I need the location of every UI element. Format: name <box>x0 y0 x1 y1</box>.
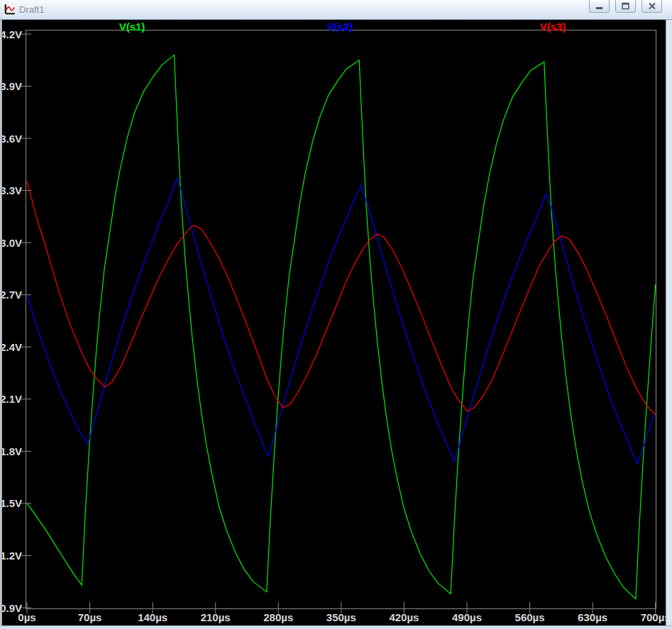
x-tick-label: 560µs <box>515 611 545 623</box>
y-tick-label: 1.8V <box>0 445 22 457</box>
y-tick-label: 3.0V <box>0 237 22 249</box>
legend-trace-vs1[interactable]: V(s1) <box>119 21 145 33</box>
window-frame-left <box>0 20 2 629</box>
x-tick-label: 490µs <box>452 611 482 623</box>
maximize-button[interactable] <box>615 0 636 13</box>
y-tick-label: 2.1V <box>0 393 22 405</box>
x-tick-label: 210µs <box>201 611 231 623</box>
y-tick-label: 3.3V <box>0 184 22 196</box>
plot-border <box>26 30 656 609</box>
waveform-plot-pane[interactable]: V(s1) V(s2) V(s3) 4.2V3.9V3.6V3.3V3.0V2.… <box>0 20 672 626</box>
legend-trace-vs2[interactable]: V(s2) <box>327 21 353 33</box>
waveform-document-icon[interactable] <box>4 4 16 16</box>
y-tick-label: 3.6V <box>0 133 22 145</box>
trace-vs2 <box>27 179 656 464</box>
minimize-button[interactable] <box>589 0 610 13</box>
y-tick-label: 4.2V <box>0 28 22 40</box>
x-tick-label: 140µs <box>138 611 167 623</box>
close-button[interactable] <box>641 0 662 13</box>
trace-vs3 <box>27 182 656 415</box>
window-controls <box>589 0 662 13</box>
close-icon <box>648 2 656 10</box>
y-tick-label: 2.4V <box>0 341 22 353</box>
y-tick-label: 1.5V <box>0 497 22 509</box>
ltspice-waveform-window: Draft1 V(s1) V(s2) V(s3) 4.2V3.9V3.6V3.3… <box>0 0 672 629</box>
y-tick-label: 1.2V <box>0 550 22 562</box>
minimize-icon <box>595 3 604 10</box>
trace-vs1 <box>27 55 656 599</box>
y-tick-label: 2.7V <box>0 289 22 301</box>
window-titlebar[interactable]: Draft1 <box>0 0 672 20</box>
waveform-plot-canvas[interactable]: 4.2V3.9V3.6V3.3V3.0V2.7V2.4V2.1V1.8V1.5V… <box>0 20 672 626</box>
x-tick-label: 280µs <box>263 611 293 623</box>
x-tick-label: 630µs <box>578 611 607 623</box>
y-tick-label: 3.9V <box>0 80 22 92</box>
x-tick-label: 350µs <box>326 611 356 623</box>
x-tick-label: 420µs <box>389 611 419 623</box>
maximize-icon <box>621 2 630 10</box>
window-frame-right <box>666 20 672 629</box>
legend-trace-vs3[interactable]: V(s3) <box>540 21 566 33</box>
window-title: Draft1 <box>19 4 44 15</box>
x-tick-label: 0µs <box>18 611 35 623</box>
window-frame-bottom <box>0 625 672 629</box>
x-tick-label: 70µs <box>78 611 102 623</box>
